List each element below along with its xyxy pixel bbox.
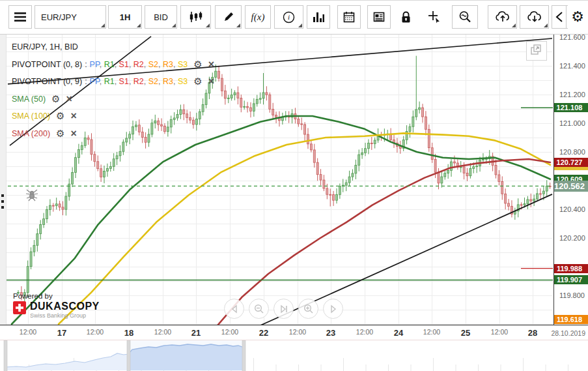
time-tick-label: 12:00: [356, 328, 373, 336]
dropdown-corner-icon: [544, 23, 548, 27]
drag-handle-icon[interactable]: [1, 191, 4, 212]
popout-icon: [530, 44, 543, 58]
news-button[interactable]: [367, 5, 391, 29]
time-tick-label: 12:00: [289, 328, 306, 336]
pivot-token-s2: S2: [148, 77, 158, 86]
bar-chart-icon: [313, 11, 324, 23]
time-tick-label: 12:00: [221, 328, 238, 336]
swiss-flag-logo: [13, 301, 26, 317]
minimap-handle[interactable]: [127, 340, 130, 371]
close-icon[interactable]: ×: [71, 128, 77, 140]
time-axis: 28.10.2019 12:001712:001812:002112:00221…: [0, 325, 588, 340]
cloud-upload-button[interactable]: [488, 5, 517, 29]
pivot-token-r1: R1: [104, 60, 115, 69]
dropdown-corner-icon: [137, 23, 141, 27]
dropdown-corner-icon: [206, 23, 210, 27]
instrument-label: EUR/JPY: [35, 12, 105, 22]
volume-button[interactable]: [307, 5, 330, 29]
zoom-out-button[interactable]: [249, 299, 269, 319]
info-button[interactable]: i: [274, 5, 303, 29]
time-tick-label: 22: [259, 328, 268, 338]
price-tick-label: 120.200: [559, 234, 585, 242]
menu-button[interactable]: [8, 5, 32, 29]
step-back-button[interactable]: [224, 299, 244, 319]
close-icon[interactable]: ×: [71, 110, 77, 122]
lock-button[interactable]: [395, 5, 416, 29]
crosshair-icon: [428, 10, 441, 23]
chart-nav-controls: [224, 299, 343, 319]
price-tick-label: 121.000: [559, 119, 585, 127]
pencil-icon: [223, 11, 234, 23]
chart-type-button[interactable]: [180, 5, 211, 29]
price-level-badge: 120.727: [553, 158, 588, 167]
legend-sma-100: SMA (100) ⚙ ×: [12, 108, 214, 125]
news-icon: [373, 11, 385, 23]
time-tick-label: 24: [394, 328, 403, 338]
time-tick-label: 12:00: [423, 328, 440, 336]
indicator-label: PIVOTPOINT (0, 8): [12, 60, 82, 69]
price-tick-label: 120.800: [559, 148, 585, 156]
period-label: 1H: [120, 12, 131, 22]
gear-icon[interactable]: ⚙: [193, 76, 202, 87]
calendar-button[interactable]: [337, 5, 361, 29]
price-tick-label: 120.400: [559, 205, 585, 213]
price-tick-label: 121.200: [559, 91, 585, 98]
pivot-token-r2: R2: [133, 77, 144, 86]
settings-button[interactable]: ⚙: [568, 5, 587, 29]
step-forward-button[interactable]: [323, 299, 343, 319]
chart-panel: EUR/JPY, 1H, BID PIVOTPOINT (0, 8) :PP, …: [0, 35, 588, 325]
toolbar: EUR/JPY 1H BID f(x) i: [0, 1, 588, 35]
chart-legend: EUR/JPY, 1H, BID PIVOTPOINT (0, 8) :PP, …: [12, 38, 214, 142]
cloud-download-icon: [527, 11, 542, 23]
cloud-download-button[interactable]: [520, 5, 549, 29]
minimap-handle[interactable]: [4, 340, 7, 371]
powered-by-text: Powered by: [13, 292, 100, 300]
pivot-token-pp: PP: [90, 77, 100, 86]
time-tick-label: 25: [461, 328, 470, 338]
skip-to-end-button[interactable]: [273, 299, 294, 319]
pivot-token-r3: R3: [163, 60, 173, 69]
close-icon[interactable]: ×: [66, 93, 72, 105]
minimap-handle[interactable]: [242, 340, 245, 371]
popout-button[interactable]: [526, 41, 547, 61]
zoom-tool-button[interactable]: [452, 5, 478, 29]
close-icon[interactable]: ×: [208, 76, 214, 87]
bid-ask-selector[interactable]: BID: [145, 5, 177, 29]
pivot-token-s3: S3: [178, 60, 188, 69]
date-label: 28.10.2019: [551, 329, 585, 337]
legend-sma-50: SMA (50) ⚙ ×: [12, 91, 214, 108]
hamburger-icon: [14, 12, 27, 22]
time-tick-label: 12:00: [87, 328, 104, 336]
indicators-button[interactable]: f(x): [245, 5, 271, 29]
pivot-token-s1: S1: [119, 77, 129, 86]
price-level-badge: 119.907: [553, 275, 588, 284]
cloud-upload-icon: [495, 11, 511, 23]
indicator-label: PIVOTPOINT (0, 9): [12, 77, 82, 86]
gear-icon[interactable]: ⚙: [56, 128, 64, 140]
gear-icon: ⚙: [571, 8, 584, 25]
minimap-range-selector[interactable]: [0, 340, 588, 371]
crosshair-button[interactable]: [422, 5, 447, 29]
gear-icon[interactable]: ⚙: [51, 93, 60, 105]
zoom-in-button[interactable]: [298, 299, 318, 319]
scroll-left-button[interactable]: [552, 5, 567, 29]
instrument-selector[interactable]: EUR/JPY: [35, 5, 106, 29]
legend-sma-200: SMA (200) ⚙ ×: [12, 125, 214, 143]
pivot-token-s1: S1: [119, 60, 129, 69]
pivot-token-s3: S3: [178, 77, 188, 86]
branding: Powered by DUKASCOPY Swiss Banking Group: [13, 292, 100, 319]
close-icon[interactable]: ×: [208, 59, 214, 70]
time-tick-label: 18: [124, 328, 133, 338]
calendar-icon: [343, 11, 355, 23]
gear-icon[interactable]: ⚙: [56, 110, 64, 122]
gear-icon[interactable]: ⚙: [193, 59, 202, 70]
time-tick-label: 12:00: [20, 328, 36, 336]
brand-name: DUKASCOPY: [30, 301, 100, 312]
time-tick-label: 12:00: [154, 328, 171, 336]
spider-icon[interactable]: [25, 187, 39, 204]
current-price-badge: 120.562: [553, 181, 588, 192]
period-selector[interactable]: 1H: [108, 5, 142, 29]
panel-resize-strip[interactable]: [0, 35, 7, 325]
draw-tools-button[interactable]: [215, 5, 242, 29]
time-tick-label: 21: [191, 328, 201, 338]
